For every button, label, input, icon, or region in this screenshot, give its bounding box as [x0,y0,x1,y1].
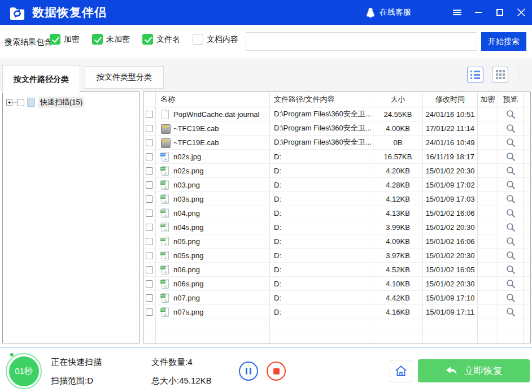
table-row[interactable]: PNG n06s.png D: 4.10KB 15/01/02 20:30 [143,277,530,291]
filter-doc-content[interactable]: 文档内容 [193,34,238,45]
table-row[interactable]: PNG n03s.png D: 4.12KB 15/01/09 17:03 [143,192,530,206]
filter-encrypted[interactable]: 加密 [50,34,80,45]
online-service-button[interactable]: 在线客服 [366,7,411,18]
row-checkbox[interactable] [146,252,153,259]
preview-magnifier-icon[interactable] [506,279,516,289]
list-view-button[interactable] [467,67,483,83]
header-modified[interactable]: 修改时间 [423,92,478,107]
file-count-text: 文件数量:4 [151,357,212,368]
table-row[interactable]: PNG n04s.png D: 3.99KB 15/01/02 20:30 [143,220,530,234]
row-checkbox[interactable] [146,111,153,118]
row-checkbox[interactable] [146,181,153,189]
app-logo-icon [8,4,26,21]
table-row[interactable]: PopWndCache.dat-journal D:\Program Files… [143,107,530,121]
header-size[interactable]: 大小 [373,92,423,107]
preview-magnifier-icon[interactable] [506,166,516,176]
checkbox-icon[interactable] [50,34,60,45]
tree-node-label[interactable]: 快速扫描(15) [38,97,84,108]
file-modified-time: 15/01/09 17:02 [426,181,475,189]
row-checkbox[interactable] [146,308,153,316]
divider [518,66,518,83]
file-encrypted-flag [478,136,498,149]
file-table: 名称 文件路径/文件内容 大小 修改时间 加密 预览 PopWndCache.d… [143,92,531,343]
preview-magnifier-icon[interactable] [506,194,516,204]
search-input[interactable] [246,32,477,51]
file-modified-time: 16/11/19 18:17 [426,153,474,161]
empty-row [143,333,530,343]
file-name: n04.png [173,209,200,217]
preview-magnifier-icon[interactable] [506,223,516,232]
empty-row [143,319,530,333]
table-row[interactable]: PNG n05.png D: 4.09KB 15/01/02 16:06 [143,234,530,249]
tree-node-quick-scan[interactable]: 快速扫描(15) [6,97,139,108]
close-button[interactable] [511,0,532,25]
header-encrypted[interactable]: 加密 [478,92,498,107]
recover-now-button[interactable]: 立即恢复 [418,359,530,382]
file-name: n04s.png [173,223,204,232]
preview-magnifier-icon[interactable] [506,152,516,162]
row-checkbox[interactable] [146,139,153,146]
row-checkbox[interactable] [146,167,153,175]
row-checkbox[interactable] [146,195,153,203]
file-encrypted-flag [478,178,498,191]
tab-by-file-type[interactable]: 按文件类型分类 [85,66,164,89]
filter-filename[interactable]: 文件名 [142,34,180,45]
checkbox-icon[interactable] [142,34,153,45]
preview-magnifier-icon[interactable] [506,208,516,218]
preview-magnifier-icon[interactable] [506,293,516,303]
stop-button[interactable] [267,361,286,381]
menu-button[interactable] [446,0,468,25]
header-path[interactable]: 文件路径/文件内容 [270,92,373,107]
row-checkbox[interactable] [146,266,153,273]
preview-magnifier-icon[interactable] [506,110,516,119]
header-name[interactable]: 名称 [156,92,270,107]
tab-by-file-path[interactable]: 按文件路径分类 [2,65,80,93]
file-path: D: [274,265,281,274]
table-row[interactable]: PNG n05s.png D: 3.97KB 15/01/02 20:30 [143,249,530,263]
grid-view-button[interactable] [492,67,508,83]
row-checkbox[interactable] [146,210,153,217]
preview-magnifier-icon[interactable] [506,307,516,317]
checkbox-icon[interactable] [92,34,103,45]
home-button[interactable] [390,360,412,382]
start-search-button[interactable]: 开始搜索 [481,32,526,51]
preview-magnifier-icon[interactable] [506,124,516,133]
maximize-button[interactable] [489,0,511,25]
table-row[interactable]: PNG n06.png D: 4.52KB 15/01/02 16:05 [143,263,530,277]
header-preview[interactable]: 预览 [498,92,524,107]
table-row[interactable]: JPG n02s.jpg D: 16.57KB 16/11/19 18:17 [143,150,530,164]
preview-magnifier-icon[interactable] [506,251,516,260]
preview-magnifier-icon[interactable] [506,265,516,275]
preview-magnifier-icon[interactable] [506,138,516,147]
checkbox-icon[interactable] [193,34,203,45]
row-checkbox[interactable] [146,294,153,302]
row-checkbox[interactable] [146,280,153,288]
row-checkbox[interactable] [146,238,153,245]
table-row[interactable]: PNG n03.png D: 4.28KB 15/01/09 17:02 [143,178,530,192]
file-name: n03s.png [173,195,204,203]
table-row[interactable]: ~TFC19E.cab D:\Program Files\360安全卫... 4… [143,121,530,136]
minimize-button[interactable] [468,0,489,25]
expand-icon[interactable] [6,99,12,106]
file-encrypted-flag [478,277,498,290]
preview-magnifier-icon[interactable] [506,237,516,246]
file-name: PopWndCache.dat-journal [173,110,259,119]
file-modified-time: 15/01/02 16:06 [426,237,475,246]
tree-checkbox[interactable] [17,99,24,106]
table-row[interactable]: PNG n02s.png D: 4.20KB 15/01/02 20:30 [143,164,530,178]
table-row[interactable]: PNG n07s.png D: 4.16KB 15/01/09 17:11 [143,305,530,319]
file-modified-time: 17/01/22 11:14 [426,124,474,133]
file-path: D: [274,294,281,302]
row-checkbox[interactable] [146,224,153,231]
scan-progress-ring: 01秒 [6,353,42,389]
table-row[interactable]: PNG n07.png D: 4.42KB 15/01/09 17:10 [143,291,530,305]
tab-bar: 按文件路径分类 按文件类型分类 [0,59,532,91]
table-row[interactable]: PNG n04.png D: 4.13KB 15/01/02 16:06 [143,206,530,220]
row-checkbox[interactable] [146,153,153,160]
row-checkbox[interactable] [146,125,153,132]
pause-button[interactable] [239,361,258,381]
preview-magnifier-icon[interactable] [506,180,516,190]
filter-unencrypted[interactable]: 未加密 [92,34,130,45]
file-type-icon: PNG [160,251,170,260]
table-row[interactable]: ~TFC19E.cab D:\Program Files\360安全卫... 0… [143,136,530,150]
